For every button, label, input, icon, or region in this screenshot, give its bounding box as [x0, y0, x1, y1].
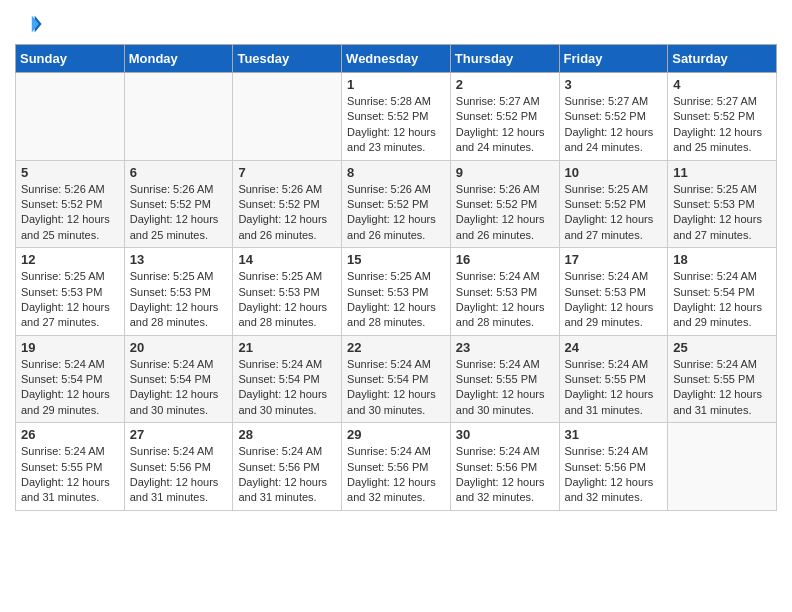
day-number: 26	[21, 427, 119, 442]
day-number: 1	[347, 77, 445, 92]
day-number: 31	[565, 427, 663, 442]
sunrise-text: Sunrise: 5:27 AM	[456, 94, 554, 109]
day-number: 17	[565, 252, 663, 267]
calendar-cell: 16Sunrise: 5:24 AMSunset: 5:53 PMDayligh…	[450, 248, 559, 336]
day-number: 13	[130, 252, 228, 267]
sunrise-text: Sunrise: 5:26 AM	[456, 182, 554, 197]
sunrise-text: Sunrise: 5:25 AM	[238, 269, 336, 284]
calendar-week-row: 5Sunrise: 5:26 AMSunset: 5:52 PMDaylight…	[16, 160, 777, 248]
day-info: Sunrise: 5:26 AMSunset: 5:52 PMDaylight:…	[21, 182, 119, 244]
daylight-text: Daylight: 12 hours and 26 minutes.	[347, 212, 445, 243]
daylight-text: Daylight: 12 hours and 30 minutes.	[130, 387, 228, 418]
daylight-text: Daylight: 12 hours and 24 minutes.	[565, 125, 663, 156]
day-info: Sunrise: 5:24 AMSunset: 5:56 PMDaylight:…	[456, 444, 554, 506]
day-info: Sunrise: 5:25 AMSunset: 5:53 PMDaylight:…	[347, 269, 445, 331]
weekday-header-monday: Monday	[124, 45, 233, 73]
daylight-text: Daylight: 12 hours and 27 minutes.	[565, 212, 663, 243]
sunset-text: Sunset: 5:56 PM	[238, 460, 336, 475]
day-info: Sunrise: 5:24 AMSunset: 5:56 PMDaylight:…	[130, 444, 228, 506]
calendar-cell: 7Sunrise: 5:26 AMSunset: 5:52 PMDaylight…	[233, 160, 342, 248]
day-number: 20	[130, 340, 228, 355]
daylight-text: Daylight: 12 hours and 31 minutes.	[21, 475, 119, 506]
weekday-header-tuesday: Tuesday	[233, 45, 342, 73]
sunrise-text: Sunrise: 5:24 AM	[347, 444, 445, 459]
sunset-text: Sunset: 5:52 PM	[238, 197, 336, 212]
day-number: 29	[347, 427, 445, 442]
sunset-text: Sunset: 5:53 PM	[456, 285, 554, 300]
sunset-text: Sunset: 5:52 PM	[565, 109, 663, 124]
daylight-text: Daylight: 12 hours and 28 minutes.	[130, 300, 228, 331]
sunset-text: Sunset: 5:55 PM	[21, 460, 119, 475]
weekday-header-friday: Friday	[559, 45, 668, 73]
daylight-text: Daylight: 12 hours and 27 minutes.	[673, 212, 771, 243]
calendar-cell: 14Sunrise: 5:25 AMSunset: 5:53 PMDayligh…	[233, 248, 342, 336]
day-info: Sunrise: 5:24 AMSunset: 5:55 PMDaylight:…	[456, 357, 554, 419]
calendar-cell: 4Sunrise: 5:27 AMSunset: 5:52 PMDaylight…	[668, 73, 777, 161]
sunrise-text: Sunrise: 5:24 AM	[130, 357, 228, 372]
day-info: Sunrise: 5:25 AMSunset: 5:53 PMDaylight:…	[673, 182, 771, 244]
sunrise-text: Sunrise: 5:24 AM	[673, 357, 771, 372]
calendar-cell: 29Sunrise: 5:24 AMSunset: 5:56 PMDayligh…	[342, 423, 451, 511]
sunrise-text: Sunrise: 5:24 AM	[21, 444, 119, 459]
day-info: Sunrise: 5:26 AMSunset: 5:52 PMDaylight:…	[238, 182, 336, 244]
daylight-text: Daylight: 12 hours and 24 minutes.	[456, 125, 554, 156]
calendar-cell: 5Sunrise: 5:26 AMSunset: 5:52 PMDaylight…	[16, 160, 125, 248]
sunset-text: Sunset: 5:55 PM	[456, 372, 554, 387]
daylight-text: Daylight: 12 hours and 26 minutes.	[238, 212, 336, 243]
sunrise-text: Sunrise: 5:25 AM	[21, 269, 119, 284]
calendar-cell: 24Sunrise: 5:24 AMSunset: 5:55 PMDayligh…	[559, 335, 668, 423]
calendar-cell: 18Sunrise: 5:24 AMSunset: 5:54 PMDayligh…	[668, 248, 777, 336]
sunset-text: Sunset: 5:52 PM	[565, 197, 663, 212]
daylight-text: Daylight: 12 hours and 25 minutes.	[130, 212, 228, 243]
day-info: Sunrise: 5:24 AMSunset: 5:56 PMDaylight:…	[565, 444, 663, 506]
sunset-text: Sunset: 5:53 PM	[347, 285, 445, 300]
sunrise-text: Sunrise: 5:24 AM	[21, 357, 119, 372]
sunset-text: Sunset: 5:55 PM	[565, 372, 663, 387]
calendar-cell: 1Sunrise: 5:28 AMSunset: 5:52 PMDaylight…	[342, 73, 451, 161]
weekday-header-sunday: Sunday	[16, 45, 125, 73]
sunrise-text: Sunrise: 5:24 AM	[565, 269, 663, 284]
day-number: 3	[565, 77, 663, 92]
day-info: Sunrise: 5:24 AMSunset: 5:56 PMDaylight:…	[238, 444, 336, 506]
calendar-cell: 12Sunrise: 5:25 AMSunset: 5:53 PMDayligh…	[16, 248, 125, 336]
day-number: 30	[456, 427, 554, 442]
calendar-cell: 3Sunrise: 5:27 AMSunset: 5:52 PMDaylight…	[559, 73, 668, 161]
day-info: Sunrise: 5:25 AMSunset: 5:53 PMDaylight:…	[21, 269, 119, 331]
sunset-text: Sunset: 5:53 PM	[238, 285, 336, 300]
day-number: 7	[238, 165, 336, 180]
calendar-week-row: 12Sunrise: 5:25 AMSunset: 5:53 PMDayligh…	[16, 248, 777, 336]
calendar-cell: 27Sunrise: 5:24 AMSunset: 5:56 PMDayligh…	[124, 423, 233, 511]
daylight-text: Daylight: 12 hours and 27 minutes.	[21, 300, 119, 331]
sunrise-text: Sunrise: 5:25 AM	[565, 182, 663, 197]
sunset-text: Sunset: 5:53 PM	[565, 285, 663, 300]
sunrise-text: Sunrise: 5:24 AM	[130, 444, 228, 459]
sunset-text: Sunset: 5:53 PM	[130, 285, 228, 300]
calendar-cell: 10Sunrise: 5:25 AMSunset: 5:52 PMDayligh…	[559, 160, 668, 248]
weekday-header-thursday: Thursday	[450, 45, 559, 73]
calendar-cell: 22Sunrise: 5:24 AMSunset: 5:54 PMDayligh…	[342, 335, 451, 423]
day-info: Sunrise: 5:24 AMSunset: 5:55 PMDaylight:…	[565, 357, 663, 419]
day-number: 16	[456, 252, 554, 267]
day-number: 12	[21, 252, 119, 267]
day-info: Sunrise: 5:26 AMSunset: 5:52 PMDaylight:…	[347, 182, 445, 244]
calendar-cell: 30Sunrise: 5:24 AMSunset: 5:56 PMDayligh…	[450, 423, 559, 511]
sunrise-text: Sunrise: 5:25 AM	[347, 269, 445, 284]
calendar-cell: 19Sunrise: 5:24 AMSunset: 5:54 PMDayligh…	[16, 335, 125, 423]
calendar-cell: 15Sunrise: 5:25 AMSunset: 5:53 PMDayligh…	[342, 248, 451, 336]
day-number: 21	[238, 340, 336, 355]
daylight-text: Daylight: 12 hours and 25 minutes.	[673, 125, 771, 156]
calendar-table: SundayMondayTuesdayWednesdayThursdayFrid…	[15, 44, 777, 511]
calendar-cell: 8Sunrise: 5:26 AMSunset: 5:52 PMDaylight…	[342, 160, 451, 248]
calendar-cell: 23Sunrise: 5:24 AMSunset: 5:55 PMDayligh…	[450, 335, 559, 423]
day-number: 11	[673, 165, 771, 180]
day-number: 25	[673, 340, 771, 355]
calendar-cell: 17Sunrise: 5:24 AMSunset: 5:53 PMDayligh…	[559, 248, 668, 336]
calendar-week-row: 26Sunrise: 5:24 AMSunset: 5:55 PMDayligh…	[16, 423, 777, 511]
sunset-text: Sunset: 5:56 PM	[347, 460, 445, 475]
sunrise-text: Sunrise: 5:26 AM	[21, 182, 119, 197]
calendar-cell	[668, 423, 777, 511]
sunrise-text: Sunrise: 5:24 AM	[456, 269, 554, 284]
day-info: Sunrise: 5:24 AMSunset: 5:55 PMDaylight:…	[673, 357, 771, 419]
day-number: 9	[456, 165, 554, 180]
daylight-text: Daylight: 12 hours and 29 minutes.	[21, 387, 119, 418]
